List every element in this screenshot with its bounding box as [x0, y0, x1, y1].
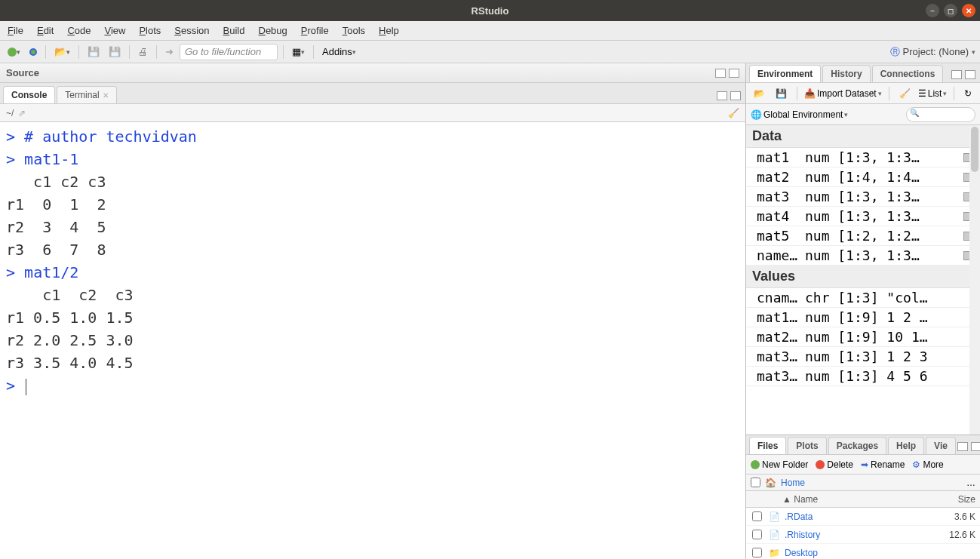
env-row[interactable]: named…num [1:3, 1:3…: [746, 246, 980, 266]
goto-file-input[interactable]: Go to file/function: [180, 44, 278, 60]
files-pane-max-icon[interactable]: [971, 442, 980, 451]
menu-tools[interactable]: Tools: [343, 25, 365, 36]
env-pane-max-icon[interactable]: [965, 70, 975, 79]
path-more-icon[interactable]: …: [966, 478, 975, 488]
console-sub-toolbar: ~/ ⇗ 🧹: [0, 104, 745, 122]
list-view-button[interactable]: ☰ List ▾: [918, 88, 948, 99]
file-icon: 📄: [768, 530, 780, 540]
env-row[interactable]: mat3.…num [1:3] 1 2 3: [746, 347, 980, 367]
save-all-button[interactable]: 💾: [106, 45, 124, 59]
tab-plots[interactable]: Plots: [788, 437, 826, 454]
env-var-name: mat4: [746, 208, 805, 224]
addins-button[interactable]: Addins ▾: [319, 45, 359, 59]
env-row[interactable]: mat3.…num [1:3] 4 5 6: [746, 367, 980, 386]
rename-button[interactable]: ➡Rename: [861, 459, 905, 470]
environment-list[interactable]: Datamat1num [1:3, 1:3…mat2num [1:4, 1:4……: [746, 125, 980, 435]
environment-scope-bar: 🌐 Global Environment ▾: [746, 104, 980, 125]
tab-console[interactable]: Console: [3, 86, 55, 103]
select-all-checkbox[interactable]: [751, 478, 760, 487]
menu-profile[interactable]: Profile: [301, 25, 329, 36]
more-button[interactable]: ⚙More: [912, 459, 943, 470]
menu-build[interactable]: Build: [223, 25, 245, 36]
file-row[interactable]: 📄.Rhistory12.6 K: [746, 526, 980, 544]
open-file-button[interactable]: 📂▾: [51, 45, 73, 59]
maximize-button[interactable]: ◻: [944, 4, 957, 17]
environment-toolbar: 📂 💾 📥 Import Dataset ▾ 🧹 ☰ List ▾ ↻: [746, 83, 980, 104]
tab-connections[interactable]: Connections: [872, 65, 944, 82]
tab-help[interactable]: Help: [888, 437, 924, 454]
file-checkbox[interactable]: [752, 548, 762, 557]
env-row[interactable]: mat2.…num [1:9] 10 1…: [746, 327, 980, 347]
clear-console-icon[interactable]: 🧹: [728, 108, 739, 118]
env-var-value: num [1:9] 1 2 …: [805, 309, 980, 325]
menu-help[interactable]: Help: [379, 25, 399, 36]
env-row[interactable]: mat4num [1:3, 1:3…: [746, 207, 980, 226]
refresh-env-button[interactable]: ↻: [961, 87, 975, 100]
col-name[interactable]: ▲ Name: [767, 494, 942, 505]
file-icon: 📄: [768, 511, 780, 522]
env-var-value: num [1:3, 1:3…: [805, 208, 963, 224]
close-button[interactable]: ✕: [962, 4, 975, 17]
file-checkbox[interactable]: [752, 530, 762, 539]
menu-session[interactable]: Session: [174, 25, 209, 36]
save-workspace-button[interactable]: 💾: [773, 87, 790, 100]
clear-env-button[interactable]: 🧹: [896, 87, 914, 100]
pane-minimize-icon[interactable]: [715, 69, 726, 78]
import-dataset-button[interactable]: 📥 Import Dataset ▾: [804, 88, 882, 99]
console-tabs: Console Terminal✕: [0, 83, 745, 104]
env-row[interactable]: mat2num [1:4, 1:4…: [746, 167, 980, 187]
grid-view-button[interactable]: ▦▾: [289, 45, 308, 59]
env-row[interactable]: cnameschr [1:3] "col…: [746, 288, 980, 308]
file-name[interactable]: Desktop: [785, 548, 942, 558]
tab-environment[interactable]: Environment: [749, 65, 821, 82]
console-output[interactable]: > # author techvidvan > mat1-1 c1 c2 c3 …: [0, 122, 745, 559]
breadcrumb-home[interactable]: Home: [781, 478, 805, 488]
env-row[interactable]: mat3num [1:3, 1:3…: [746, 187, 980, 207]
new-project-button[interactable]: [26, 47, 40, 57]
scope-selector[interactable]: 🌐 Global Environment ▾: [751, 109, 848, 120]
env-var-name: mat3.…: [746, 368, 805, 384]
env-row[interactable]: mat5num [1:2, 1:2…: [746, 226, 980, 246]
col-size[interactable]: Size: [942, 494, 980, 505]
load-workspace-button[interactable]: 📂: [751, 87, 768, 100]
files-list[interactable]: 📄.RData3.6 K📄.Rhistory12.6 K📁Desktop: [746, 508, 980, 559]
home-icon[interactable]: 🏠: [765, 478, 776, 488]
env-var-value: num [1:3] 1 2 3: [805, 349, 980, 364]
new-folder-button[interactable]: New Folder: [751, 459, 808, 470]
console-pane-max-icon[interactable]: [730, 91, 741, 100]
file-size: 3.6 K: [942, 511, 980, 522]
save-button[interactable]: 💾: [84, 45, 103, 59]
tab-files[interactable]: Files: [749, 437, 786, 454]
new-file-button[interactable]: ▾: [5, 46, 23, 58]
menu-code[interactable]: Code: [67, 25, 91, 36]
menu-view[interactable]: View: [104, 25, 125, 36]
file-name[interactable]: .Rhistory: [785, 530, 942, 540]
delete-button[interactable]: Delete: [816, 459, 853, 470]
scrollbar[interactable]: [969, 125, 980, 435]
env-var-name: mat1: [746, 149, 805, 165]
env-pane-min-icon[interactable]: [951, 70, 962, 79]
print-button[interactable]: 🖨: [135, 45, 151, 59]
pane-maximize-icon[interactable]: [729, 69, 739, 78]
minimize-button[interactable]: –: [926, 4, 939, 17]
console-pane-min-icon[interactable]: [717, 91, 727, 100]
file-row[interactable]: 📁Desktop: [746, 544, 980, 559]
file-row[interactable]: 📄.RData3.6 K: [746, 508, 980, 526]
menu-debug[interactable]: Debug: [259, 25, 287, 36]
file-name[interactable]: .RData: [785, 511, 942, 522]
project-selector[interactable]: Ⓡ Project: (None) ▾: [890, 45, 975, 59]
close-icon[interactable]: ✕: [103, 91, 109, 100]
tab-history[interactable]: History: [822, 65, 870, 82]
env-search-input[interactable]: [906, 107, 975, 122]
menu-plots[interactable]: Plots: [139, 25, 161, 36]
menu-file[interactable]: File: [8, 25, 23, 36]
files-pane-min-icon[interactable]: [957, 442, 968, 451]
menu-edit[interactable]: Edit: [37, 25, 54, 36]
tab-viewer[interactable]: Vie: [926, 437, 956, 454]
console-popout-icon[interactable]: ⇗: [18, 108, 26, 118]
file-checkbox[interactable]: [752, 511, 762, 521]
tab-terminal[interactable]: Terminal✕: [57, 86, 116, 103]
env-row[interactable]: mat1.…num [1:9] 1 2 …: [746, 308, 980, 327]
tab-packages[interactable]: Packages: [828, 437, 886, 454]
env-row[interactable]: mat1num [1:3, 1:3…: [746, 148, 980, 167]
